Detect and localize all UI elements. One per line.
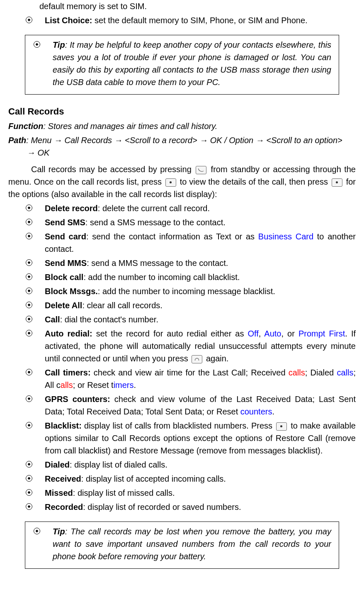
list-item: Missed: display list of missed calls.	[26, 487, 356, 499]
bullet-icon	[26, 369, 32, 375]
bullet-icon	[26, 205, 32, 211]
bullet-icon	[26, 395, 32, 402]
list-item: Block call: add the number to incoming c…	[26, 271, 356, 283]
tip-1-text: Tip: It may be helpful to keep another c…	[53, 39, 331, 88]
body-paragraph: Call records may be accessed by pressing…	[8, 163, 356, 200]
intro-text: default memory is set to SIM.	[39, 0, 356, 12]
bullet-icon	[26, 273, 32, 280]
center-key-icon	[276, 422, 287, 431]
end-key-icon	[192, 355, 202, 363]
list-item: Call: dial the contact's number.	[26, 313, 356, 326]
list-item: Blacklist: display list of calls from bl…	[26, 419, 356, 457]
list-item: Received: display list of accepted incom…	[26, 473, 356, 485]
bullet-icon	[26, 17, 32, 23]
bullet-icon	[26, 233, 32, 239]
list-item: Send card: send the contact information …	[26, 230, 356, 255]
bullet-icon	[26, 316, 32, 322]
path-line: Path: Menu → Call Records → <Scroll to a…	[8, 134, 356, 159]
list-item: Send SMS: send a SMS message to the cont…	[26, 216, 356, 229]
bullet-icon	[26, 475, 32, 482]
bullet-icon	[26, 461, 32, 468]
list-item: Auto redial: set the record for auto red…	[26, 327, 356, 365]
center-key-icon	[165, 178, 176, 187]
tip-2-text: Tip: The call records may be lost when y…	[53, 525, 331, 563]
bullet-icon	[26, 503, 32, 510]
list-item: Send MMS: send a MMS message to the cont…	[26, 257, 356, 269]
bullet-icon	[34, 528, 40, 534]
bullet-icon	[26, 259, 32, 266]
list-item: Recorded: display list of recorded or sa…	[26, 501, 356, 513]
list-item: Delete record: delete the current call r…	[26, 202, 356, 214]
bullet-icon	[34, 41, 40, 48]
section-heading: Call Records	[8, 105, 356, 118]
bullet-icon	[26, 288, 32, 294]
tip-box-1: Tip: It may be helpful to keep another c…	[25, 35, 339, 95]
list-item: GPRS counters: check and view volume of …	[26, 393, 356, 418]
bullet-icon	[26, 489, 32, 496]
bullet-icon	[26, 219, 32, 225]
document-content: default memory is set to SIM. List Choic…	[8, 0, 356, 569]
list-item: Block Mssgs.: add the number to incoming…	[26, 285, 356, 297]
list-item: Call timers: check and view air time for…	[26, 366, 356, 391]
list-choice-text: List Choice: set the default memory to S…	[45, 14, 356, 27]
list-item: Dialed: display list of dialed calls.	[26, 458, 356, 471]
function-line: Function: Stores and manages air times a…	[8, 120, 356, 132]
center-key-icon	[332, 178, 342, 187]
tip-box-2: Tip: The call records may be lost when y…	[25, 521, 339, 569]
list-choice-item: List Choice: set the default memory to S…	[26, 14, 356, 27]
list-item: Delete All: clear all call records.	[26, 299, 356, 312]
call-key-icon	[196, 166, 206, 174]
bullet-icon	[26, 302, 32, 308]
bullet-icon	[26, 330, 32, 336]
bullet-icon	[26, 422, 32, 429]
